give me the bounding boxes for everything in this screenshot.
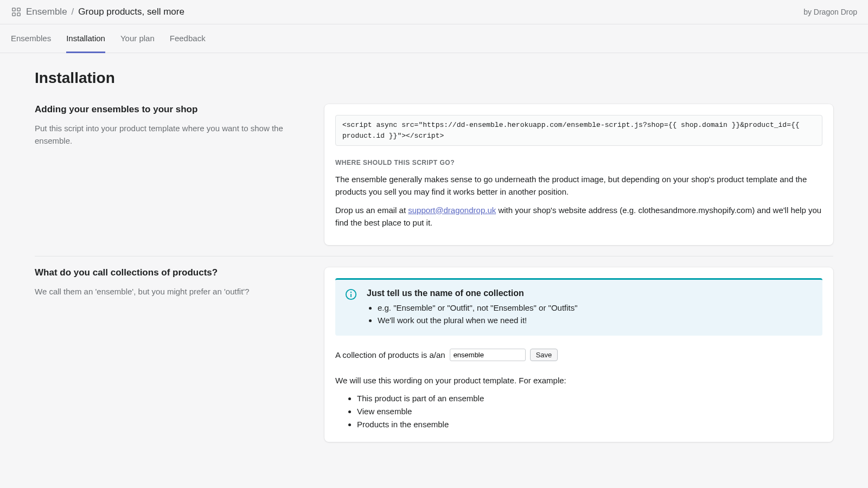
section2-card: Just tell us the name of one collection …	[324, 267, 833, 442]
collection-input-label: A collection of products is a/an	[335, 350, 445, 359]
section1-heading: Adding your ensembles to your shop	[35, 104, 301, 115]
section1-p1: The ensemble generally makes sense to go…	[335, 173, 822, 198]
script-code-block[interactable]: <script async src="https://dd-ensemble.h…	[335, 115, 822, 146]
breadcrumb: Ensemble / Group products, sell more	[11, 7, 184, 17]
breadcrumb-app-link[interactable]: Ensemble	[26, 7, 67, 17]
svg-rect-1	[17, 8, 20, 11]
info-banner: Just tell us the name of one collection …	[335, 278, 822, 336]
collection-name-input[interactable]	[450, 349, 526, 361]
breadcrumb-current: Group products, sell more	[78, 7, 184, 17]
tab-your-plan[interactable]: Your plan	[120, 25, 155, 53]
svg-rect-6	[350, 294, 352, 297]
tab-ensembles[interactable]: Ensembles	[11, 25, 51, 53]
banner-item: e.g. "Ensemble" or "Outfit", not "Ensemb…	[378, 301, 578, 314]
tab-installation[interactable]: Installation	[66, 25, 105, 53]
svg-rect-2	[12, 13, 15, 16]
save-button[interactable]: Save	[530, 349, 558, 361]
tab-feedback[interactable]: Feedback	[170, 25, 206, 53]
page-title: Installation	[35, 69, 833, 87]
banner-item: We'll work out the plural when we need i…	[378, 314, 578, 326]
byline: by Dragon Drop	[803, 8, 857, 16]
section1-sub-heading: WHERE SHOULD THIS SCRIPT GO?	[335, 159, 822, 166]
breadcrumb-separator: /	[72, 7, 74, 17]
svg-point-5	[350, 292, 352, 293]
info-icon	[345, 288, 358, 327]
example-intro: We will use this wording on your product…	[335, 374, 822, 387]
section2-desc: We call them an 'ensemble', but you migh…	[35, 286, 301, 298]
section1-card: <script async src="https://dd-ensemble.h…	[324, 104, 833, 245]
app-icon	[11, 7, 22, 17]
support-email-link[interactable]: support@dragondrop.uk	[408, 206, 496, 215]
tabs: Ensembles Installation Your plan Feedbac…	[0, 24, 868, 53]
banner-title: Just tell us the name of one collection	[367, 288, 578, 298]
section1-desc: Put this script into your product templa…	[35, 123, 301, 147]
example-item: Products in the ensemble	[357, 418, 822, 431]
example-item: View ensemble	[357, 405, 822, 418]
section1-p2: Drop us an email at support@dragondrop.u…	[335, 204, 822, 229]
svg-rect-0	[12, 8, 15, 11]
section2-heading: What do you call collections of products…	[35, 267, 301, 278]
example-item: This product is part of an ensemble	[357, 392, 822, 405]
svg-rect-3	[17, 13, 20, 16]
